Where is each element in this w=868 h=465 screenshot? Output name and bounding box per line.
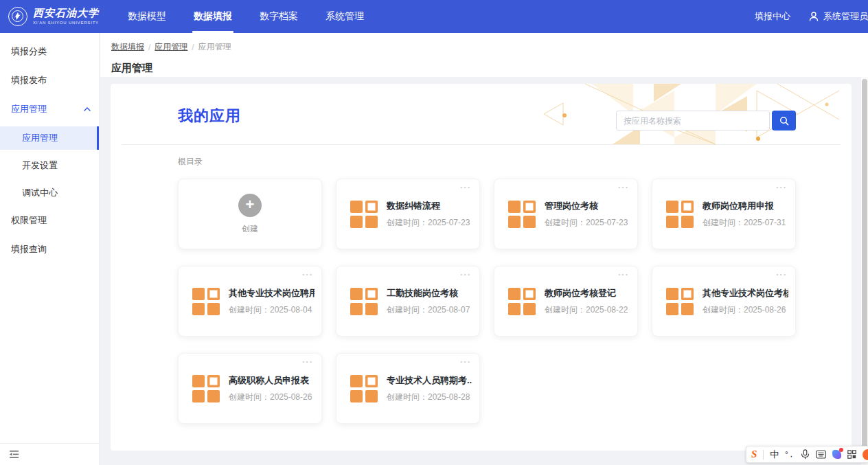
- created-label: 创建时间：: [387, 218, 428, 227]
- app-card[interactable]: ··· 数据纠错流程 创建时间：2025-07-23: [336, 179, 480, 249]
- breadcrumb-current: 应用管理: [198, 41, 231, 53]
- microphone-icon[interactable]: [801, 449, 810, 460]
- app-card-date: 创建时间：2025-07-23: [387, 217, 470, 229]
- top-navbar: 西安石油大学 XI'AN SHIYOU UNIVERSITY 数据模型 数据填报…: [0, 0, 868, 33]
- card-more-icon[interactable]: ···: [460, 269, 471, 280]
- created-label: 创建时间：: [545, 305, 586, 315]
- app-grid-icon: [350, 288, 378, 315]
- card-more-icon[interactable]: ···: [776, 182, 787, 192]
- card-more-icon[interactable]: ···: [460, 182, 471, 192]
- app-card-date: 创建时间：2025-07-31: [703, 217, 786, 229]
- page-header: 数据填报 / 应用管理 / 应用管理 应用管理: [100, 33, 868, 77]
- created-label: 创建时间：: [703, 218, 744, 227]
- app-card[interactable]: ··· 其他专业技术岗位聘用 创建时间：2025-08-04: [178, 266, 322, 337]
- app-card-date: 创建时间：2025-08-07: [387, 304, 470, 316]
- scrollbar-track[interactable]: [861, 77, 868, 465]
- created-label: 创建时间：: [387, 392, 428, 402]
- app-card-date: 创建时间：2025-08-26: [703, 304, 788, 316]
- app-card[interactable]: ··· 教师岗位考核登记 创建时间：2025-08-22: [494, 266, 638, 337]
- sidebar-item-filling-category[interactable]: 填报分类: [0, 40, 99, 63]
- sidebar-item-app-management[interactable]: 应用管理: [0, 98, 99, 121]
- app-card-date: 创建时间：2025-08-28: [387, 392, 472, 403]
- created-label: 创建时间：: [387, 305, 428, 315]
- app-card[interactable]: ··· 工勤技能岗位考核 创建时间：2025-08-07: [336, 266, 480, 337]
- chevron-up-icon: [84, 107, 91, 111]
- breadcrumb-data-filling[interactable]: 数据填报: [111, 41, 144, 53]
- nav-item-digital-archive[interactable]: 数字档案: [246, 0, 312, 33]
- panel-header: 我的应用: [111, 84, 852, 144]
- nav-item-system-admin[interactable]: 系统管理: [312, 0, 378, 33]
- app-card-title: 教师岗位聘用申报: [703, 200, 786, 212]
- app-card[interactable]: ··· 其他专业技术岗位考核 创建时间：2025-08-26: [652, 266, 796, 337]
- sidebar-subitem-app-management[interactable]: 应用管理: [0, 126, 99, 150]
- nav-item-data-filling[interactable]: 数据填报: [180, 0, 246, 33]
- user-icon: [808, 11, 819, 22]
- app-grid-icon: [350, 375, 378, 402]
- app-grid-icon: [192, 288, 220, 315]
- created-date: 2025-07-23: [586, 218, 628, 227]
- skin-theme-icon[interactable]: [832, 450, 841, 459]
- card-more-icon[interactable]: ···: [460, 356, 471, 367]
- created-date: 2025-08-07: [428, 305, 470, 315]
- app-card-title: 工勤技能岗位考核: [387, 287, 470, 299]
- app-grid-icon: [192, 375, 220, 402]
- sidebar-item-label: 应用管理: [11, 103, 47, 115]
- breadcrumb-app-management[interactable]: 应用管理: [155, 41, 187, 53]
- breadcrumb: 数据填报 / 应用管理 / 应用管理: [111, 41, 868, 53]
- ime-extra-icon[interactable]: [863, 449, 868, 460]
- content-area: 数据填报 / 应用管理 / 应用管理 应用管理: [100, 33, 868, 465]
- card-more-icon[interactable]: ···: [302, 269, 313, 280]
- created-date: 2025-08-28: [428, 392, 470, 402]
- app-cards-grid: + 创建 ··· 数据纠错流程 创建时间：2025-07-23 ···: [178, 179, 852, 424]
- card-more-icon[interactable]: ···: [618, 269, 629, 280]
- app-card[interactable]: ··· 教师岗位聘用申报 创建时间：2025-07-31: [652, 179, 796, 249]
- my-apps-panel: 我的应用 根目录 + 创建 ···: [111, 84, 852, 451]
- university-emblem-icon: [8, 7, 27, 26]
- sidebar: 填报分类 填报发布 应用管理 应用管理 开发设置 调试中心 权限管理 填报查询: [0, 33, 100, 465]
- sidebar-subitem-dev-settings[interactable]: 开发设置: [0, 154, 99, 177]
- app-card-title: 管理岗位考核: [545, 200, 628, 212]
- toolbox-grid-icon[interactable]: [847, 450, 856, 459]
- main-nav: 数据模型 数据填报 数字档案 系统管理: [114, 0, 378, 33]
- panel-title: 我的应用: [178, 106, 241, 126]
- user-menu[interactable]: 系统管理员: [808, 10, 868, 23]
- card-more-icon[interactable]: ···: [302, 356, 313, 367]
- chinese-mode-icon[interactable]: 中: [770, 449, 779, 461]
- soft-keyboard-icon[interactable]: [816, 450, 826, 459]
- sogou-logo-icon[interactable]: S: [751, 449, 757, 460]
- sidebar-item-filling-publish[interactable]: 填报发布: [0, 69, 99, 92]
- sidebar-item-label: 填报查询: [11, 243, 47, 256]
- user-name: 系统管理员: [823, 10, 868, 23]
- filling-center-link[interactable]: 填报中心: [755, 10, 790, 23]
- created-date: 2025-08-26: [270, 392, 312, 402]
- nav-item-data-model[interactable]: 数据模型: [114, 0, 180, 33]
- created-date: 2025-08-26: [744, 305, 786, 315]
- sidebar-item-label: 填报分类: [11, 45, 47, 58]
- created-label: 创建时间：: [229, 392, 270, 402]
- app-card[interactable]: ··· 专业技术人员聘期考... 创建时间：2025-08-28: [336, 353, 480, 424]
- sidebar-item-filling-query[interactable]: 填报查询: [0, 238, 99, 261]
- app-grid-icon: [508, 201, 536, 228]
- search-button[interactable]: [772, 111, 796, 131]
- sidebar-subitem-label: 应用管理: [22, 132, 58, 144]
- scrollbar-thumb[interactable]: [862, 79, 867, 449]
- punctuation-toggle-icon[interactable]: °，: [785, 449, 794, 460]
- sidebar-footer: [0, 443, 99, 465]
- created-date: 2025-08-22: [586, 305, 628, 315]
- app-card[interactable]: ··· 高级职称人员申报表 创建时间：2025-08-26: [178, 353, 322, 424]
- create-app-card[interactable]: + 创建: [178, 179, 322, 249]
- app-card[interactable]: ··· 管理岗位考核 创建时间：2025-07-23: [494, 179, 638, 249]
- university-logo: 西安石油大学 XI'AN SHIYOU UNIVERSITY: [0, 7, 108, 26]
- sidebar-item-permission-management[interactable]: 权限管理: [0, 209, 99, 232]
- sidebar-subitem-debug-center[interactable]: 调试中心: [0, 181, 99, 205]
- card-more-icon[interactable]: ···: [618, 182, 629, 192]
- search-input[interactable]: [616, 111, 770, 131]
- card-more-icon[interactable]: ···: [776, 269, 787, 280]
- sidebar-subitem-label: 开发设置: [22, 159, 58, 172]
- sidebar-subitem-label: 调试中心: [22, 187, 58, 199]
- university-name-cn: 西安石油大学: [33, 8, 99, 19]
- app-card-date: 创建时间：2025-07-23: [545, 217, 628, 229]
- collapse-sidebar-icon[interactable]: [9, 450, 19, 459]
- created-date: 2025-08-04: [270, 305, 312, 315]
- app-card-date: 创建时间：2025-08-22: [545, 304, 628, 316]
